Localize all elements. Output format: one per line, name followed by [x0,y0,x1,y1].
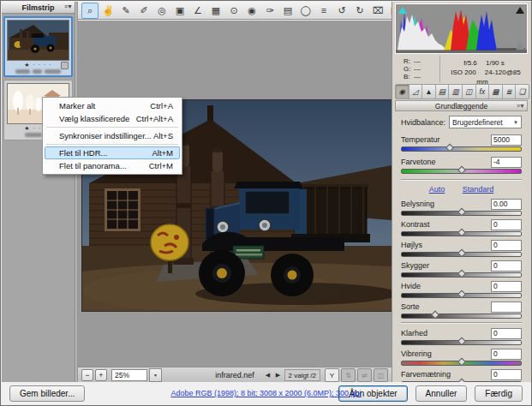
straighten-tool[interactable]: ∠ [189,3,206,19]
transform-tool[interactable]: ▦ [207,3,224,19]
basic-panel-title: Grundlæggende [435,102,487,110]
slider-track[interactable] [401,272,522,278]
slider-vibrering: Vibrering0 [401,349,522,366]
thumbnail-truck[interactable]: ★ · · · · [3,16,73,77]
spot-removal-tool[interactable]: ⊙ [225,3,242,19]
crop-tool[interactable]: ▣ [171,3,188,19]
slider-thumb[interactable] [457,249,466,258]
tab-split-toning[interactable]: ▥ [449,85,463,99]
slider-value-field[interactable]: 0.00 [491,199,522,210]
filmstrip-menu-icon[interactable]: ≡▼ [64,3,72,9]
menu-item-select-all[interactable]: Marker altCtrl+A [45,99,180,112]
slider-track[interactable] [401,361,522,366]
slider-track[interactable] [401,169,522,174]
slider-label: Temperatur [401,135,440,144]
menu-item-merge-to-hdr[interactable]: Flet til HDR...Alt+M [45,146,180,159]
histogram[interactable] [395,3,528,54]
shadow-clipping-toggle-icon[interactable] [398,7,407,14]
slider-track[interactable] [401,252,522,257]
auto-link[interactable]: Auto [429,185,445,194]
slider-value-field[interactable]: 0 [491,260,522,272]
basic-panel-header: Grundlæggende ≡▼ [395,100,528,111]
tab-effects[interactable]: fx [476,85,490,99]
done-button[interactable]: Færdig [475,385,523,402]
auto-default-links: Auto Standard [401,185,522,194]
slider-thumb[interactable] [457,290,466,299]
previous-image-button[interactable]: ◀ [264,370,272,380]
hand-tool[interactable]: ✌ [99,3,117,19]
standard-link[interactable]: Standard [463,185,494,194]
slider-value-field[interactable]: 0 [491,328,522,339]
menu-item-select-rated[interactable]: Vælg klassificeredeCtrl+Alt+A [45,112,180,125]
white-balance-tool[interactable]: ✎ [117,3,134,19]
slider-value-field[interactable]: 0 [491,219,522,230]
slider-thumb[interactable] [457,229,466,237]
tab-detail[interactable]: ▲ [422,85,436,99]
tab-camera-calibration[interactable]: ▦ [489,85,503,99]
targeted-adjustment-tool[interactable]: ◎ [153,3,170,19]
slider-thumb[interactable] [431,311,439,319]
basic-panel-body: Hvidbalance: Brugerdefineret ▼ Temperatu… [395,111,528,381]
split-view-button[interactable]: ◫ [374,368,388,382]
save-images-button[interactable]: Gem billeder... [9,385,85,402]
zoom-level-dropdown-icon[interactable]: ▼ [149,368,162,382]
slider-value-field[interactable]: -4 [491,157,522,168]
tab-tone-curve[interactable]: ◿ [409,85,423,99]
slider-thumb[interactable] [445,144,454,152]
slider-track[interactable] [401,313,522,319]
slider-temperatur: Temperatur5000 [401,134,522,152]
next-image-button[interactable]: ▶ [274,370,283,380]
zoom-in-button[interactable]: + [95,369,107,381]
tab-basic[interactable]: ◉ [396,85,409,99]
basic-panel-menu-icon[interactable]: ≡▼ [517,103,524,109]
slider-value-field[interactable] [491,302,522,313]
before-after-toggle[interactable]: Y [325,368,339,382]
preferences-button[interactable]: ≡ [315,3,332,19]
rotate-left-button[interactable]: ↺ [333,3,350,19]
filmstrip-header[interactable]: Filmstrip ≡▼ [2,2,75,14]
color-sampler-tool[interactable]: ✐ [135,3,152,19]
slider-thumb[interactable] [457,270,466,278]
slider-thumb[interactable] [457,337,466,346]
slider-track[interactable] [401,211,522,216]
zoom-out-button[interactable]: − [81,369,93,381]
adjustment-brush-tool[interactable]: ✑ [261,3,278,19]
delete-button[interactable]: ⌧ [369,3,386,19]
tab-snapshots[interactable]: ❏ [516,85,529,99]
tab-hsl-grayscale[interactable]: ▤ [436,85,450,99]
preview-canvas[interactable] [78,21,392,367]
thumbnail-truck-rating[interactable]: ★ · · · · [24,62,51,69]
tab-presets[interactable]: ≣ [503,85,517,99]
slider-value-field[interactable]: 0 [491,281,522,292]
slider-track[interactable] [401,340,522,345]
divider [401,179,522,181]
red-eye-tool[interactable]: ◉ [243,3,260,19]
slider-value-field[interactable]: 0 [491,349,522,360]
zoom-level-field[interactable]: 25% [111,369,147,381]
graduated-filter-tool[interactable]: ▤ [279,3,296,19]
slider-track[interactable] [401,293,522,298]
radial-filter-tool[interactable]: ◯ [297,3,314,19]
slider-thumb[interactable] [457,166,466,175]
tab-lens-corrections[interactable]: ◫ [463,85,476,99]
workflow-options-link[interactable]: Adobe RGB (1998); 8 bit; 3008 x 2000 (6.… [170,389,361,397]
copy-settings-button[interactable]: ⇄ [357,368,372,382]
slider-group-presence: Klarhed0Vibrering0Farvemætning0 [401,328,522,386]
zoom-tool[interactable]: ⌕ [81,3,99,19]
slider-value-field[interactable]: 0 [491,369,522,380]
slider-value-field[interactable]: 0 [491,240,522,251]
adjustments-panel: R:--- G:--- B:--- f/5.6 1/90 s ISO 200 2… [392,2,531,383]
cancel-button[interactable]: Annuller [415,385,468,402]
thumbnail-truck-meta: ★ · · · · [7,61,69,69]
slider-thumb[interactable] [457,208,466,217]
white-balance-select[interactable]: Brugerdefineret ▼ [449,116,522,128]
highlight-clipping-toggle-icon[interactable] [516,7,524,14]
menu-item-merge-to-panorama[interactable]: Flet til panorama...Ctrl+M [45,159,180,172]
slider-track[interactable] [401,146,522,152]
swap-settings-button[interactable]: ⇅ [341,368,356,382]
slider-thumb[interactable] [457,358,466,367]
slider-track[interactable] [401,231,522,236]
menu-item-sync-settings[interactable]: Synkroniser indstillinger...Alt+S [45,129,180,142]
rotate-right-button[interactable]: ↻ [351,3,368,19]
slider-value-field[interactable]: 5000 [491,134,522,146]
